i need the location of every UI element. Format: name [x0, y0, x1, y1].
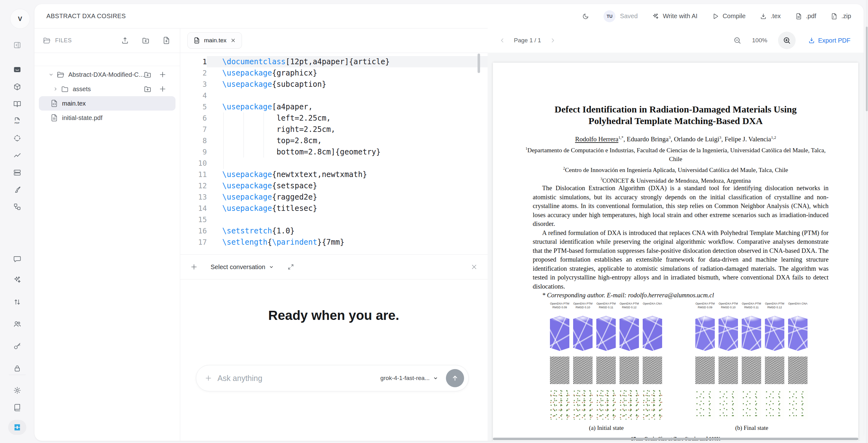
code-line[interactable]: 2\usepackage{graphicx} — [180, 67, 488, 78]
avatar[interactable]: V — [10, 9, 30, 29]
new-folder-in-button[interactable] — [144, 70, 152, 78]
zoom-in-button[interactable] — [783, 36, 791, 44]
rail-users-button[interactable] — [10, 317, 24, 331]
settings-icon — [13, 386, 21, 394]
top-bar: ABSTRACT DXA COSIRES TU Saved Write with… — [34, 4, 864, 29]
save-status: Saved — [620, 12, 638, 20]
folder-plus-icon — [144, 70, 152, 78]
theme-toggle-button[interactable] — [582, 13, 589, 20]
close-tab-icon[interactable] — [230, 38, 236, 43]
pdf-horizontal-scrollbar[interactable] — [493, 438, 858, 440]
code-line[interactable]: 6 left=2.25cm, — [180, 113, 488, 124]
files-panel: FILES Abstract-DXA-Modified-COSI...asset… — [34, 28, 180, 441]
figure-image-grayt — [742, 356, 761, 384]
window-scrollbar[interactable] — [866, 0, 868, 443]
page-indicator: Page 1 / 1 — [514, 37, 541, 44]
code-line[interactable]: 8 top=2.8cm, — [180, 135, 488, 146]
new-file-in-button[interactable] — [159, 85, 167, 93]
code-line[interactable]: 14\usepackage{titlesec} — [180, 203, 488, 214]
rail-docs-book-button[interactable] — [10, 401, 24, 414]
rail-server-button[interactable] — [10, 166, 24, 180]
code-line[interactable]: 17\setlength{\parindent}{7mm} — [180, 236, 488, 248]
rail-sparkles-button[interactable] — [10, 273, 24, 287]
chat-input[interactable]: Ask anything grok-4-1-fast-rea... — [196, 365, 469, 391]
new-file-button[interactable] — [162, 36, 170, 44]
code-line[interactable]: 7 right=2.25cm, — [180, 124, 488, 135]
rail-pdf-file-button[interactable]: PDF — [10, 114, 24, 128]
zoom-out-button[interactable] — [733, 36, 741, 44]
rail-brush-button[interactable] — [10, 183, 24, 197]
tab-main-tex[interactable]: main.tex — [187, 32, 242, 49]
new-file-in-button[interactable] — [159, 70, 167, 78]
code-line[interactable]: 15 — [180, 214, 488, 225]
compile-button[interactable]: Compile — [712, 12, 745, 20]
pdf-viewport[interactable]: Defect Identification in Radiation-Damag… — [488, 53, 864, 441]
new-folder-in-button[interactable] — [144, 85, 152, 93]
chevron-down-icon — [269, 264, 274, 270]
expand-chat-button[interactable] — [287, 263, 294, 271]
rail-trend-button[interactable] — [10, 149, 24, 162]
new-folder-button[interactable] — [142, 36, 150, 44]
rail-key-button[interactable] — [10, 339, 24, 353]
figure-image-poly — [596, 316, 616, 351]
code-editor[interactable]: 1\documentclass[12pt,a4paper]{article}2\… — [180, 53, 488, 258]
rail-settings-button[interactable] — [10, 383, 24, 397]
write-with-ai-button[interactable]: Write with AI — [652, 12, 698, 20]
new-conversation-button[interactable] — [190, 263, 198, 271]
plus-icon — [190, 263, 198, 271]
code-line[interactable]: 4 — [180, 90, 488, 101]
code-line[interactable]: 13\usepackage{ragged2e} — [180, 191, 488, 203]
folder-open-icon — [42, 36, 51, 44]
file-tree-item-abstract-dxa-modified-cosi-[interactable]: Abstract-DXA-Modified-COSI... — [34, 67, 180, 82]
code-line[interactable]: 9 bottom=2.8cm]{geometry} — [180, 146, 488, 158]
next-page-button[interactable] — [549, 37, 556, 44]
editor-scrollbar[interactable] — [477, 54, 480, 73]
rail-chat-button[interactable] — [10, 252, 24, 266]
code-line[interactable]: 5\usepackage[a4paper, — [180, 101, 488, 113]
upload-file-button[interactable] — [121, 36, 129, 44]
rail-cube-button[interactable] — [10, 80, 24, 94]
download-tex-button[interactable]: .tex — [760, 12, 781, 20]
key-icon — [13, 342, 21, 350]
conversation-select[interactable]: Select conversation — [209, 263, 276, 271]
rail-book-open-button[interactable] — [10, 97, 24, 111]
rail-transform-button[interactable] — [10, 131, 24, 145]
download-pdf-button[interactable]: .pdf — [795, 12, 816, 20]
pdf-file-icon: PDF — [13, 117, 21, 125]
code-line[interactable]: 11\usepackage{newtxtext,newtxmath} — [180, 169, 488, 180]
figure-image-grayt — [596, 356, 616, 384]
rail-mail-button[interactable] — [10, 63, 24, 76]
arrows-up-down-icon — [13, 298, 21, 306]
rail-arrows-up-down-button[interactable] — [10, 295, 24, 309]
paper-title: Defect Identification in Radiation-Damag… — [493, 103, 858, 127]
rail-panel-collapse-button[interactable] — [10, 38, 24, 52]
attach-plus-icon[interactable] — [204, 374, 213, 382]
file-tree-item-initial-state-pdf[interactable]: initial-state.pdf — [34, 110, 180, 125]
code-line[interactable]: 12\usepackage{setspace} — [180, 180, 488, 191]
pdf-icon — [50, 114, 58, 122]
chevron-down-icon — [433, 375, 438, 381]
code-line[interactable]: 16\setstretch{1.0} — [180, 225, 488, 236]
user-initials-badge[interactable]: TU — [603, 10, 615, 22]
code-line[interactable]: 3\usepackage{subcaption} — [180, 78, 488, 90]
chevron-left-icon — [499, 37, 506, 44]
lock-icon — [13, 365, 21, 373]
rail-workflow-button[interactable] — [10, 200, 24, 214]
figure-caption: (a) Initial state — [550, 424, 663, 432]
prev-page-button[interactable] — [499, 37, 506, 44]
send-button[interactable] — [446, 369, 464, 387]
code-line[interactable]: 1\documentclass[12pt,a4paper]{article} — [180, 56, 488, 67]
model-selector[interactable]: grok-4-1-fast-rea... — [378, 374, 440, 382]
code-line[interactable]: 10 — [180, 158, 488, 169]
app-card: ABSTRACT DXA COSIRES TU Saved Write with… — [34, 4, 864, 441]
figure-column-label: OpenDXA CNA — [643, 302, 662, 313]
figure-image-poly — [765, 316, 784, 351]
download-zip-button[interactable]: .zip — [831, 12, 851, 20]
file-tree-item-main-tex[interactable]: main.tex — [39, 96, 176, 110]
close-chat-button[interactable] — [471, 263, 477, 271]
file-tree-item-assets[interactable]: assets — [34, 82, 180, 96]
rail-lock-button[interactable] — [10, 361, 24, 375]
export-pdf-button[interactable]: Export PDF — [806, 37, 852, 44]
rail-logo-button[interactable] — [10, 420, 24, 434]
figure-image-poly — [718, 316, 738, 351]
